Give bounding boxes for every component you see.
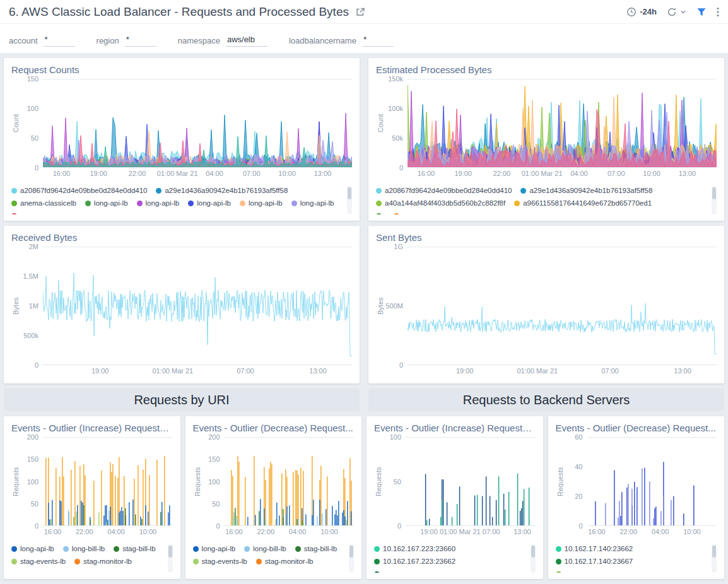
panel-received-bytes: Received Bytes Bytes 2M1.5M1M500k0 19:00… [4,226,360,383]
x-tick: 07:00 [237,367,254,375]
legend-item[interactable]: stag-monitor-lb [256,558,314,565]
legend-item[interactable]: long-api-lb [85,199,128,207]
filter-label: loadbalancername [289,36,356,47]
filter-namespace-input[interactable]: aws/elb [226,35,267,47]
panel-title: Events - Outlier (Decrease) Request... [556,423,717,433]
chevron-down-icon [680,9,686,15]
legend: long-api-lblong-bill-lbstag-bill-lbstag-… [193,544,355,573]
legend-item[interactable]: stag-bill-lb [114,545,155,552]
legend-item[interactable]: stag-monitor-lb [74,558,132,565]
legend-scrollbar[interactable] [712,186,717,214]
plot-area[interactable] [408,79,717,168]
filter-button[interactable] [696,7,707,17]
chart-events-outlier-increase-uri: Requests 200150100500 [11,437,173,526]
more-menu-button[interactable] [717,7,719,17]
legend-item[interactable]: long-api-lb [291,199,334,207]
legend-item[interactable]: 10.162.167.223:23660 [374,545,455,552]
legend-item[interactable]: 10.162.17.140:23667 [556,558,633,565]
filter-account-input[interactable]: * [44,35,75,47]
plot-area[interactable] [406,437,536,526]
legend-item[interactable]: stag-events-lb [193,558,247,565]
legend-item[interactable] [556,571,565,573]
legend-color-dot [11,559,17,564]
legend-item[interactable]: long-api-lb [137,199,180,207]
legend-item[interactable] [374,571,383,573]
legend-item[interactable]: 10.162.167.223:23662 [374,558,455,565]
legend-item[interactable]: long-api-lb [193,545,236,552]
clock-icon [626,7,637,17]
plot-area[interactable] [225,437,355,526]
y-tick: 1M [29,302,38,310]
x-tick: 01:00 Mar 21 [157,170,198,177]
legend-item[interactable]: 10.162.17.140:23662 [556,545,633,552]
legend-color-dot [556,571,561,573]
y-tick: 100 [27,105,38,112]
legend-rows: long-api-lblong-bill-lbstag-bill-lbstag-… [11,544,163,566]
plot-area[interactable] [408,247,717,365]
refresh-button[interactable] [667,7,686,17]
legend-color-dot [556,559,561,564]
legend-color-dot [520,188,526,194]
legend-item[interactable]: a96611558176441649e672bd65770ed1 [514,199,652,207]
plot-area[interactable] [587,437,717,526]
legend-item[interactable]: long-bill-lb [63,545,105,552]
legend-item[interactable]: long-api-lb [11,545,54,552]
plot-area[interactable] [43,247,352,365]
legend-item[interactable] [11,213,20,215]
legend-scrollbar[interactable] [531,544,536,573]
panel-row-2: Received Bytes Bytes 2M1.5M1M500k0 19:00… [4,226,724,383]
kebab-menu-icon [717,7,719,17]
legend-item[interactable] [376,213,385,215]
plot-area[interactable] [43,79,352,168]
y-axis: 6040200 [565,437,587,526]
filter-bar: account * region * namespace aws/elb loa… [0,24,728,53]
legend-rows: 10.162.167.223:2366010.162.167.223:23662 [374,544,525,573]
x-tick: 16:00 [225,528,243,535]
filter-region-input[interactable]: * [125,35,156,47]
y-tick: 0 [216,522,220,530]
legend-item[interactable]: a29e1d436a90942e4b1b76193af5ff58 [520,187,652,194]
legend-item[interactable]: a20867fd9642d4e09bbe0d284e0dd410 [376,187,512,194]
filter-account: account * [9,35,75,47]
x-tick: 10:00 [278,170,296,177]
legend-color-dot [11,188,17,194]
legend-item-label: a29e1d436a90942e4b1b76193af5ff58 [529,187,652,194]
legend: a20867fd9642d4e09bbe0d284e0dd410a29e1d43… [376,186,717,214]
y-axis-title: Requests [374,437,383,526]
legend-item-label: long-api-lb [202,545,236,552]
legend-scrollbar[interactable] [168,544,173,573]
legend-item[interactable]: stag-events-lb [11,558,66,565]
legend-scrollbar[interactable] [347,186,352,214]
time-range-button[interactable]: -24h [626,7,657,17]
legend-item[interactable] [394,213,402,215]
share-icon[interactable] [355,7,365,17]
chart-canvas [43,79,352,167]
x-tick: 13:00 [314,170,332,177]
legend-item[interactable]: long-bill-lb [244,545,286,552]
legend-item-label: stag-bill-lb [304,545,337,552]
y-axis: 100500 [383,437,406,526]
legend-item[interactable]: anema-classicelb [11,199,76,207]
legend-item-label: long-api-lb [20,545,54,552]
legend-color-dot [374,571,380,573]
panel-title: Sent Bytes [376,232,717,243]
legend-scrollbar[interactable] [349,544,354,573]
filter-loadbalancername: loadbalancername * [289,35,394,47]
legend-item[interactable]: a29e1d436a90942e4b1b76193af5ff58 [156,187,288,194]
legend-item[interactable]: a40a144af484f403db5d560b2c882f8f [376,199,505,207]
legend-item[interactable]: long-api-lb [188,199,231,207]
dashboard-grid: Request Counts Count 150100500 16:0019:0… [0,53,728,584]
filter-label: account [9,36,38,47]
plot-area[interactable] [43,437,173,526]
x-tick: 04:00 [107,528,125,535]
panel-events-outlier-decrease-uri: Events - Outlier (Decrease) Request... R… [185,416,362,579]
legend-item[interactable]: a20867fd9642d4e09bbe0d284e0dd410 [11,187,147,194]
legend-item[interactable]: long-api-lb [240,199,283,207]
chart-canvas [43,247,352,365]
panel-title: Received Bytes [11,232,352,243]
y-tick: 150 [208,455,220,463]
legend-item[interactable]: stag-bill-lb [295,545,337,552]
filter-loadbalancername-input[interactable]: * [362,35,394,47]
legend-scrollbar[interactable] [712,544,717,573]
legend-item-label: long-api-lb [197,199,231,207]
